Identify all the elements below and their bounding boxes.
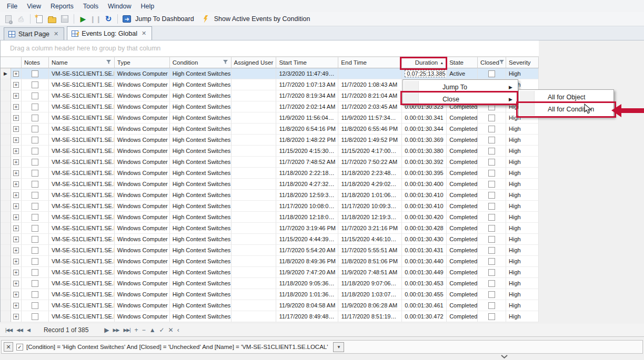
table-row[interactable]: +VM-SE-S1CLIENT1.SE.LO…Windows ComputerH… [1, 201, 539, 212]
condition-cell[interactable]: High Context Switches [170, 267, 232, 278]
condition-cell[interactable]: High Context Switches [170, 234, 232, 245]
expand-cell[interactable]: + [11, 135, 22, 146]
state-cell[interactable]: Completed [447, 146, 478, 157]
expand-cell[interactable]: + [11, 212, 22, 223]
expand-cell[interactable]: + [11, 256, 22, 267]
notes-cell[interactable] [22, 300, 49, 311]
condition-cell[interactable]: High Context Switches [170, 101, 232, 112]
start-time-cell[interactable]: 11/18/2020 12:18:0… [276, 212, 338, 223]
filter-funnel-icon[interactable] [499, 59, 505, 66]
severity-cell[interactable]: High [506, 267, 539, 278]
duration-cell[interactable]: 0.00:01:30.430 [402, 234, 447, 245]
notes-checkbox[interactable] [32, 192, 38, 199]
filter-expression[interactable]: [Condition] = 'High Context Switches' An… [26, 344, 328, 350]
name-cell[interactable]: VM-SE-S1CLIENT1.SE.LO… [49, 278, 115, 289]
notes-cell[interactable] [22, 245, 49, 256]
notes-cell[interactable] [22, 179, 49, 190]
expand-icon[interactable]: + [13, 148, 19, 154]
type-cell[interactable]: Windows Computer [115, 223, 170, 234]
duration-cell[interactable]: 0.00:01:30.440 [402, 256, 447, 267]
table-row[interactable]: +VM-SE-S1CLIENT1.SE.LO…Windows ComputerH… [1, 157, 539, 168]
expand-icon[interactable]: + [13, 214, 19, 220]
duration-cell[interactable]: 0.00:01:30.344 [402, 124, 447, 135]
end-time-cell[interactable]: 11/9/2020 7:48:51 AM [338, 267, 402, 278]
column-header-end-time[interactable]: End Time [338, 57, 402, 68]
condition-cell[interactable]: High Context Switches [170, 90, 232, 101]
start-time-cell[interactable]: 11/7/2020 3:19:46 PM [276, 223, 338, 234]
condition-cell[interactable]: High Context Switches [170, 168, 232, 179]
notes-cell[interactable] [22, 168, 49, 179]
condition-cell[interactable]: High Context Switches [170, 245, 232, 256]
menu-item-close[interactable]: Close▶ [403, 93, 518, 105]
expand-cell[interactable]: + [11, 289, 22, 300]
expand-cell[interactable]: + [11, 68, 22, 79]
notes-checkbox[interactable] [32, 214, 38, 221]
closed-cell[interactable] [478, 124, 506, 135]
state-cell[interactable]: Completed [447, 311, 478, 322]
notes-checkbox[interactable] [32, 159, 38, 166]
expand-cell[interactable]: + [11, 201, 22, 212]
table-row[interactable]: +VM-SE-S1CLIENT1.SE.LO…Windows ComputerH… [1, 245, 539, 256]
expand-icon[interactable]: + [13, 203, 19, 209]
closed-cell[interactable] [478, 267, 506, 278]
closed-checkbox[interactable] [488, 214, 495, 221]
closed-checkbox[interactable] [488, 225, 495, 232]
assigned-user-cell[interactable] [232, 267, 277, 278]
table-row[interactable]: +VM-SE-S1CLIENT1.SE.LO…Windows ComputerH… [1, 146, 539, 157]
type-cell[interactable]: Windows Computer [115, 179, 170, 190]
table-row[interactable]: +VM-SE-S1CLIENT1.SE.LO…Windows ComputerH… [1, 234, 539, 245]
nav-button[interactable]: ‹ [175, 326, 181, 334]
closed-checkbox[interactable] [488, 148, 495, 155]
notes-cell[interactable] [22, 289, 49, 300]
end-time-cell[interactable]: 11/7/2020 8:21:04 AM [338, 90, 402, 101]
type-cell[interactable]: Windows Computer [115, 267, 170, 278]
closed-checkbox[interactable] [488, 203, 495, 210]
closed-cell[interactable] [478, 168, 506, 179]
severity-cell[interactable]: High [506, 300, 539, 311]
assigned-user-cell[interactable] [232, 68, 277, 79]
end-time-cell[interactable]: 11/7/2020 1:08:43 AM [338, 79, 402, 90]
type-cell[interactable]: Windows Computer [115, 201, 170, 212]
closed-cell[interactable] [478, 146, 506, 157]
notes-cell[interactable] [22, 256, 49, 267]
duration-cell[interactable]: 0.00:01:30.410 [402, 190, 447, 201]
state-cell[interactable]: Completed [447, 278, 478, 289]
condition-cell[interactable]: High Context Switches [170, 157, 232, 168]
state-cell[interactable]: Completed [447, 135, 478, 146]
nav-button[interactable]: − [140, 326, 147, 334]
name-cell[interactable]: VM-SE-S1CLIENT1.SE.LO… [49, 146, 115, 157]
name-cell[interactable]: VM-SE-S1CLIENT1.SE.LO… [49, 90, 115, 101]
table-row[interactable]: +VM-SE-S1CLIENT1.SE.LO…Windows ComputerH… [1, 311, 539, 322]
assigned-user-cell[interactable] [232, 112, 277, 124]
filter-funnel-icon[interactable] [106, 59, 112, 66]
notes-checkbox[interactable] [32, 203, 38, 210]
notes-checkbox[interactable] [32, 92, 38, 99]
type-cell[interactable]: Windows Computer [115, 289, 170, 300]
filter-remove-button[interactable]: ✕ [4, 342, 13, 352]
menu-item-all-for-condition[interactable]: All for Condition [519, 103, 613, 115]
name-cell[interactable]: VM-SE-S1CLIENT1.SE.LO… [49, 267, 115, 278]
assigned-user-cell[interactable] [232, 179, 277, 190]
state-cell[interactable]: Completed [447, 256, 478, 267]
jump-to-dashboard-label[interactable]: Jump To Dashboard [135, 15, 194, 23]
condition-cell[interactable]: High Context Switches [170, 201, 232, 212]
expand-cell[interactable]: + [11, 300, 22, 311]
expand-icon[interactable]: + [13, 181, 19, 187]
notes-checkbox[interactable] [32, 115, 38, 121]
run-button[interactable]: ▶ [78, 14, 88, 24]
duration-cell[interactable]: 0.00:01:30.420 [402, 212, 447, 223]
notes-checkbox[interactable] [32, 236, 38, 243]
show-active-events-label[interactable]: Show Active Events by Condition [214, 15, 310, 23]
notes-cell[interactable] [22, 124, 49, 135]
end-time-cell[interactable]: 11/8/2020 6:55:46 PM [338, 124, 402, 135]
state-cell[interactable]: Completed [447, 157, 478, 168]
closed-checkbox[interactable] [488, 137, 495, 143]
notes-cell[interactable] [22, 311, 49, 322]
state-cell[interactable]: Completed [447, 201, 478, 212]
notes-checkbox[interactable] [32, 104, 38, 110]
notes-cell[interactable] [22, 212, 49, 223]
assigned-user-cell[interactable] [232, 190, 277, 201]
condition-cell[interactable]: High Context Switches [170, 179, 232, 190]
notes-checkbox[interactable] [32, 170, 38, 177]
nav-button[interactable]: ◀◀ [14, 327, 25, 333]
